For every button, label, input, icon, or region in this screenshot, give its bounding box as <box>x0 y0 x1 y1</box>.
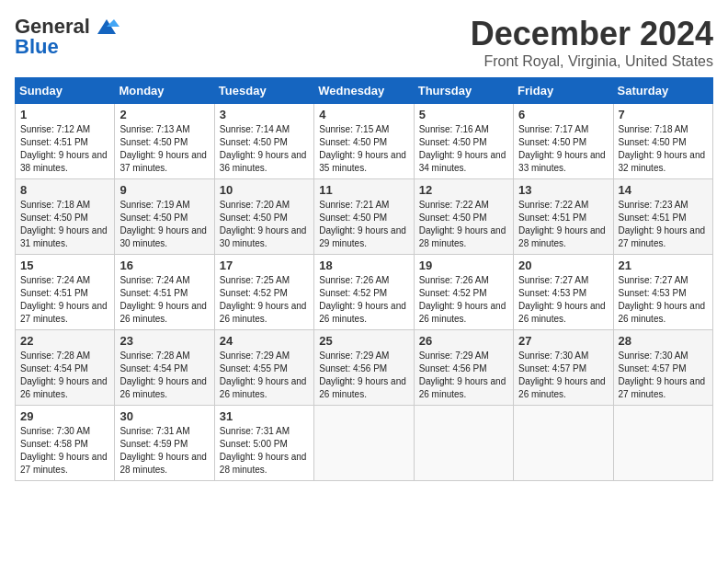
day-number: 7 <box>619 108 708 121</box>
cell-content: Sunrise: 7:27 AM Sunset: 4:53 PM Dayligh… <box>518 274 608 326</box>
cell-content: Sunrise: 7:30 AM Sunset: 4:57 PM Dayligh… <box>518 350 608 401</box>
sunrise-label: Sunrise: 7:23 AM <box>619 200 688 210</box>
day-number: 2 <box>119 108 209 121</box>
daylight-label: Daylight: 9 hours and 27 minutes. <box>20 452 108 475</box>
calendar-cell: 24 Sunrise: 7:29 AM Sunset: 4:55 PM Dayl… <box>214 330 313 406</box>
day-number: 5 <box>419 108 508 121</box>
cell-content: Sunrise: 7:25 AM Sunset: 4:52 PM Dayligh… <box>220 274 309 326</box>
sunset-label: Sunset: 4:50 PM <box>319 137 387 147</box>
calendar-row: 29 Sunrise: 7:30 AM Sunset: 4:58 PM Dayl… <box>16 406 713 481</box>
day-number: 6 <box>518 108 608 121</box>
logo-icon <box>94 17 119 36</box>
cell-content: Sunrise: 7:24 AM Sunset: 4:51 PM Dayligh… <box>20 274 109 326</box>
daylight-label: Daylight: 9 hours and 28 minutes. <box>518 225 606 248</box>
calendar-cell: 14 Sunrise: 7:23 AM Sunset: 4:51 PM Dayl… <box>613 179 712 255</box>
cell-content: Sunrise: 7:31 AM Sunset: 5:00 PM Dayligh… <box>220 425 309 477</box>
cell-content: Sunrise: 7:15 AM Sunset: 4:50 PM Dayligh… <box>319 123 408 175</box>
header-monday: Monday <box>115 78 214 104</box>
daylight-label: Daylight: 9 hours and 33 minutes. <box>518 150 606 173</box>
daylight-label: Daylight: 9 hours and 30 minutes. <box>220 225 307 248</box>
day-number: 22 <box>20 334 109 348</box>
daylight-label: Daylight: 9 hours and 26 minutes. <box>119 376 207 399</box>
cell-content: Sunrise: 7:30 AM Sunset: 4:57 PM Dayligh… <box>619 350 708 401</box>
calendar-cell: 13 Sunrise: 7:22 AM Sunset: 4:51 PM Dayl… <box>514 179 613 255</box>
sunrise-label: Sunrise: 7:26 AM <box>319 275 389 285</box>
daylight-label: Daylight: 9 hours and 26 minutes. <box>119 301 207 324</box>
day-number: 31 <box>220 409 309 423</box>
calendar-cell: 25 Sunrise: 7:29 AM Sunset: 4:56 PM Dayl… <box>314 330 414 406</box>
cell-content: Sunrise: 7:26 AM Sunset: 4:52 PM Dayligh… <box>419 274 508 326</box>
cell-content: Sunrise: 7:12 AM Sunset: 4:51 PM Dayligh… <box>20 123 109 175</box>
daylight-label: Daylight: 9 hours and 37 minutes. <box>119 150 207 173</box>
day-number: 23 <box>119 334 209 348</box>
sunset-label: Sunset: 4:53 PM <box>518 288 586 298</box>
sunrise-label: Sunrise: 7:29 AM <box>419 350 489 361</box>
cell-content: Sunrise: 7:23 AM Sunset: 4:51 PM Dayligh… <box>619 199 708 250</box>
sunrise-label: Sunrise: 7:13 AM <box>119 124 189 134</box>
day-number: 4 <box>319 108 408 121</box>
daylight-label: Daylight: 9 hours and 26 minutes. <box>20 376 108 399</box>
daylight-label: Daylight: 9 hours and 26 minutes. <box>619 301 706 324</box>
calendar-cell: 27 Sunrise: 7:30 AM Sunset: 4:57 PM Dayl… <box>514 330 613 406</box>
sunset-label: Sunset: 4:50 PM <box>119 213 188 223</box>
cell-content: Sunrise: 7:22 AM Sunset: 4:51 PM Dayligh… <box>518 199 608 250</box>
sunset-label: Sunset: 5:00 PM <box>220 439 288 449</box>
daylight-label: Daylight: 9 hours and 26 minutes. <box>419 301 506 324</box>
sunrise-label: Sunrise: 7:18 AM <box>20 200 90 210</box>
cell-content: Sunrise: 7:28 AM Sunset: 4:54 PM Dayligh… <box>119 350 209 401</box>
calendar-cell: 1 Sunrise: 7:12 AM Sunset: 4:51 PM Dayli… <box>16 104 115 179</box>
calendar-cell <box>613 406 712 481</box>
cell-content: Sunrise: 7:20 AM Sunset: 4:50 PM Dayligh… <box>220 199 309 250</box>
sunrise-label: Sunrise: 7:28 AM <box>119 350 189 361</box>
sunset-label: Sunset: 4:50 PM <box>220 137 288 147</box>
cell-content: Sunrise: 7:24 AM Sunset: 4:51 PM Dayligh… <box>119 274 209 326</box>
day-number: 14 <box>619 183 708 197</box>
calendar-cell: 19 Sunrise: 7:26 AM Sunset: 4:52 PM Dayl… <box>414 255 513 330</box>
header-thursday: Thursday <box>414 78 513 104</box>
day-number: 20 <box>518 259 608 272</box>
daylight-label: Daylight: 9 hours and 27 minutes. <box>20 301 108 324</box>
cell-content: Sunrise: 7:22 AM Sunset: 4:50 PM Dayligh… <box>419 199 508 250</box>
month-title: December 2024 <box>471 15 713 53</box>
sunset-label: Sunset: 4:54 PM <box>20 363 88 373</box>
calendar-cell: 8 Sunrise: 7:18 AM Sunset: 4:50 PM Dayli… <box>16 179 115 255</box>
calendar-cell: 11 Sunrise: 7:21 AM Sunset: 4:50 PM Dayl… <box>314 179 414 255</box>
cell-content: Sunrise: 7:30 AM Sunset: 4:58 PM Dayligh… <box>20 425 109 477</box>
sunset-label: Sunset: 4:50 PM <box>419 213 487 223</box>
sunrise-label: Sunrise: 7:26 AM <box>419 275 489 285</box>
sunset-label: Sunset: 4:50 PM <box>220 213 288 223</box>
day-number: 27 <box>518 334 608 348</box>
day-number: 28 <box>619 334 708 348</box>
daylight-label: Daylight: 9 hours and 28 minutes. <box>119 452 207 475</box>
day-number: 30 <box>119 409 209 423</box>
sunrise-label: Sunrise: 7:30 AM <box>619 350 688 361</box>
sunrise-label: Sunrise: 7:29 AM <box>220 350 290 361</box>
sunrise-label: Sunrise: 7:30 AM <box>20 426 90 436</box>
sunset-label: Sunset: 4:54 PM <box>119 363 188 373</box>
calendar-cell: 9 Sunrise: 7:19 AM Sunset: 4:50 PM Dayli… <box>115 179 214 255</box>
cell-content: Sunrise: 7:21 AM Sunset: 4:50 PM Dayligh… <box>319 199 408 250</box>
sunset-label: Sunset: 4:51 PM <box>119 288 188 298</box>
logo-text-blue: Blue <box>15 35 59 59</box>
daylight-label: Daylight: 9 hours and 26 minutes. <box>518 376 606 399</box>
calendar-cell: 10 Sunrise: 7:20 AM Sunset: 4:50 PM Dayl… <box>214 179 313 255</box>
day-number: 26 <box>419 334 508 348</box>
sunrise-label: Sunrise: 7:25 AM <box>220 275 290 285</box>
day-number: 13 <box>518 183 608 197</box>
header-tuesday: Tuesday <box>214 78 313 104</box>
sunset-label: Sunset: 4:57 PM <box>518 363 586 373</box>
sunset-label: Sunset: 4:51 PM <box>20 137 88 147</box>
daylight-label: Daylight: 9 hours and 27 minutes. <box>619 225 706 248</box>
header-saturday: Saturday <box>613 78 712 104</box>
calendar-cell <box>414 406 513 481</box>
calendar-cell: 12 Sunrise: 7:22 AM Sunset: 4:50 PM Dayl… <box>414 179 513 255</box>
day-number: 19 <box>419 259 508 272</box>
sunrise-label: Sunrise: 7:12 AM <box>20 124 90 134</box>
cell-content: Sunrise: 7:17 AM Sunset: 4:50 PM Dayligh… <box>518 123 608 175</box>
sunrise-label: Sunrise: 7:22 AM <box>419 200 489 210</box>
calendar-cell: 6 Sunrise: 7:17 AM Sunset: 4:50 PM Dayli… <box>514 104 613 179</box>
calendar-cell: 30 Sunrise: 7:31 AM Sunset: 4:59 PM Dayl… <box>115 406 214 481</box>
day-number: 17 <box>220 259 309 272</box>
sunset-label: Sunset: 4:52 PM <box>319 288 387 298</box>
sunrise-label: Sunrise: 7:21 AM <box>319 200 389 210</box>
